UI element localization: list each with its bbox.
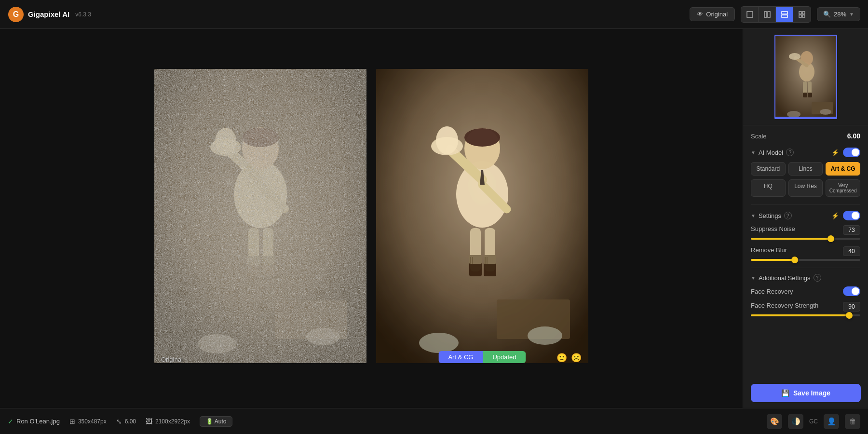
thumbnail-area <box>743 29 868 125</box>
suppress-noise-fill <box>751 238 831 240</box>
svg-point-34 <box>464 128 500 147</box>
original-photo <box>154 69 366 363</box>
additional-help-icon[interactable]: ? <box>814 274 821 282</box>
scale-value: 6.00 <box>847 132 860 140</box>
original-panel: Original <box>154 69 366 368</box>
model-standard-button[interactable]: Standard <box>751 162 786 176</box>
palette-button[interactable]: 🎨 <box>767 414 782 429</box>
app-version: v6.3.3 <box>75 11 91 18</box>
settings-header-right: ⚡ <box>831 211 860 220</box>
settings-section-header: ▼ Settings ? ⚡ <box>751 211 860 220</box>
settings-lightning-icon: ⚡ <box>831 212 839 219</box>
trash-button[interactable]: 🗑 <box>845 414 860 429</box>
remove-blur-track[interactable] <box>751 259 860 261</box>
view-grid-button[interactable] <box>793 7 811 22</box>
save-image-button[interactable]: 💾 Save Image <box>751 384 861 402</box>
suppress-noise-label: Suppress Noise <box>751 225 795 235</box>
scale-icon: ⤡ <box>116 418 122 425</box>
enhanced-photo-svg <box>376 69 588 363</box>
frowny-icon[interactable]: ☹️ <box>571 353 582 363</box>
model-lowres-button[interactable]: Low Res <box>788 179 823 197</box>
model-verycompressed-button[interactable]: Very Compressed <box>826 179 860 197</box>
save-label: Save Image <box>793 389 830 397</box>
svg-point-52 <box>528 326 562 345</box>
additional-settings-title-row: ▼ Additional Settings ? <box>751 274 821 282</box>
topbar: G Gigapixel AI v6.3.3 👁 Original 🔍 28% <box>0 0 868 29</box>
suppress-noise-value: 73 <box>843 225 860 235</box>
svg-point-58 <box>789 53 800 60</box>
face-recovery-strength-track[interactable] <box>751 314 860 316</box>
svg-rect-9 <box>799 15 801 17</box>
ai-model-header-right: ⚡ <box>831 148 860 157</box>
panel-badge: Art & CG Updated <box>438 351 526 363</box>
view-mode-group <box>741 6 811 23</box>
badge-status: Updated <box>483 351 526 363</box>
ai-model-chevron[interactable]: ▼ <box>751 150 756 155</box>
smiley-icon[interactable]: 🙂 <box>556 353 567 363</box>
ai-model-title-row: ▼ AI Model ? <box>751 149 794 156</box>
svg-rect-2 <box>747 12 753 17</box>
svg-text:G: G <box>13 10 19 18</box>
svg-rect-42 <box>469 262 482 276</box>
face-recovery-label: Face Recovery <box>751 288 793 295</box>
original-label: Original <box>161 356 183 363</box>
remove-blur-label-row: Remove Blur 40 <box>751 246 860 256</box>
original-photo-svg <box>154 69 366 363</box>
settings-toggle[interactable] <box>843 211 860 220</box>
ai-model-toggle[interactable] <box>843 148 860 157</box>
view-split-h-button[interactable] <box>759 7 776 22</box>
face-recovery-row: Face Recovery <box>751 286 860 296</box>
svg-rect-5 <box>782 12 787 14</box>
face-button[interactable]: 👤 <box>824 414 839 429</box>
face-recovery-strength-label-row: Face Recovery Strength 90 <box>751 302 860 312</box>
svg-rect-45 <box>484 255 496 264</box>
svg-rect-43 <box>484 262 496 276</box>
enhanced-panel: Art & CG Updated 🙂 ☹️ <box>376 69 588 368</box>
original-size: 350x487px <box>78 418 107 425</box>
settings-chevron[interactable]: ▼ <box>751 213 756 218</box>
output-icon: 🖼 <box>146 418 152 425</box>
zoom-button[interactable]: 🔍 28% ▼ <box>817 7 860 21</box>
auto-button[interactable]: 🔋 Auto <box>200 416 232 427</box>
suppress-noise-thumb[interactable] <box>827 235 834 242</box>
remove-blur-slider: Remove Blur 40 <box>751 246 860 261</box>
svg-point-65 <box>820 109 831 115</box>
suppress-noise-track[interactable] <box>751 238 860 240</box>
additional-settings-section: ▼ Additional Settings ? Face Recovery Fa… <box>751 274 860 316</box>
file-check: ✓ Ron O'Lean.jpg <box>8 418 60 425</box>
zoom-value: 28% <box>834 11 846 18</box>
ai-model-label: AI Model <box>759 149 783 156</box>
face-recovery-toggle[interactable] <box>843 286 860 296</box>
suppress-noise-slider: Suppress Noise 73 <box>751 225 860 240</box>
divider-2 <box>751 268 860 268</box>
auto-label: Auto <box>215 418 227 425</box>
model-artcg-button[interactable]: Art & CG <box>826 162 860 176</box>
additional-chevron[interactable]: ▼ <box>751 275 756 281</box>
view-split-v-button[interactable] <box>776 7 793 22</box>
model-hq-button[interactable]: HQ <box>751 179 786 197</box>
view-single-button[interactable] <box>741 7 759 22</box>
adjust-button[interactable]: 🌓 <box>788 414 803 429</box>
right-panel: Scale 6.00 ▼ AI Model ? ⚡ Standard Lines <box>743 29 868 408</box>
remove-blur-thumb[interactable] <box>791 257 798 263</box>
zoom-icon: 🔍 <box>823 11 831 18</box>
svg-rect-6 <box>782 15 787 17</box>
canvas-area: Original <box>0 29 743 408</box>
eye-icon: 👁 <box>697 11 703 18</box>
logo-area: G Gigapixel AI v6.3.3 <box>8 6 91 23</box>
svg-rect-7 <box>799 12 801 14</box>
bottom-bar: ✓ Ron O'Lean.jpg ⊞ 350x487px ⤡ 6.00 🖼 21… <box>0 408 868 434</box>
original-size-stat: ⊞ 350x487px <box>69 418 107 425</box>
scale-label: Scale <box>751 133 767 140</box>
output-size-stat: 🖼 2100x2922px <box>146 418 190 425</box>
remove-blur-value: 40 <box>843 246 860 256</box>
ai-model-help-icon[interactable]: ? <box>786 149 794 156</box>
main-content: Original <box>0 29 868 408</box>
face-recovery-strength-thumb[interactable] <box>846 312 853 319</box>
model-lines-button[interactable]: Lines <box>788 162 823 176</box>
settings-help-icon[interactable]: ? <box>784 212 792 219</box>
original-label: Original <box>706 11 728 18</box>
original-button[interactable]: 👁 Original <box>690 7 735 21</box>
split-v-icon <box>781 11 788 18</box>
panel-emoji-buttons: 🙂 ☹️ <box>556 353 582 363</box>
